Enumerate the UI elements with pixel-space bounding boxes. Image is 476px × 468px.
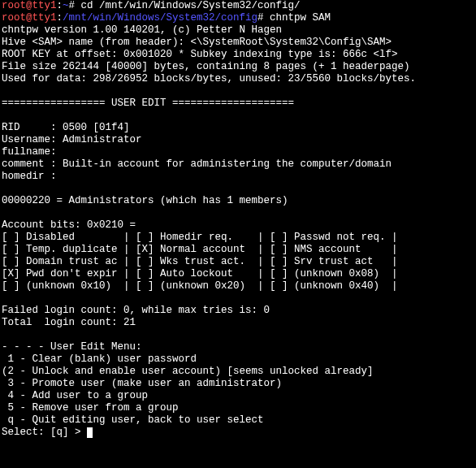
terminal-line	[2, 329, 474, 341]
terminal-line: 3 - Promote user (make user an administr…	[2, 378, 474, 390]
terminal-line: ROOT KEY at offset: 0x001020 * Subkey in…	[2, 49, 474, 61]
terminal-text: 5 - Remove user from a group	[2, 402, 179, 414]
terminal-text: # chntpw SAM	[257, 12, 331, 24]
terminal-text: fullname:	[2, 146, 57, 158]
terminal-line: (2 - Unlock and enable user account) [se…	[2, 366, 474, 378]
terminal-text: root@tty1	[2, 0, 57, 11]
terminal-text: Account bits: 0x0210 =	[2, 219, 136, 231]
terminal-text: 3 - Promote user (make user an administr…	[2, 378, 282, 389]
terminal-text: chntpw version 1.00 140201, (c) Petter N…	[2, 24, 282, 36]
terminal-text: [ ] Disabled | [ ] Homedir req. | [ ] Pa…	[2, 232, 398, 243]
terminal-line: ================= USER EDIT ============…	[2, 98, 474, 110]
terminal-line: [ ] Temp. duplicate | [X] Normal account…	[2, 244, 474, 256]
terminal-line: root@tty1:/mnt/win/Windows/System32/conf…	[2, 12, 474, 24]
terminal-text: homedir :	[2, 171, 57, 182]
terminal-text: 1 - Clear (blank) user password	[2, 353, 197, 365]
terminal-line: Used for data: 298/26952 blocks/bytes, u…	[2, 73, 474, 85]
terminal-line: Account bits: 0x0210 =	[2, 219, 474, 232]
terminal-line: File size 262144 [40000] bytes, containi…	[2, 61, 474, 73]
terminal-text: ================= USER EDIT ============…	[2, 98, 294, 109]
terminal-text: :	[57, 12, 63, 24]
terminal-line	[2, 183, 474, 195]
terminal-text: q - Quit editing user, back to user sele…	[2, 414, 264, 426]
terminal-line	[2, 292, 474, 305]
terminal-text: [ ] (unknown 0x10) | [ ] (unknown 0x20) …	[2, 280, 398, 292]
terminal-text: Failed login count: 0, while max tries i…	[2, 305, 270, 316]
terminal-line: 5 - Remove user from a group	[2, 402, 474, 414]
terminal-text: Username: Administrator	[2, 134, 142, 145]
terminal-text: Used for data: 298/26952 blocks/bytes, u…	[2, 73, 416, 84]
terminal-line: q - Quit editing user, back to user sele…	[2, 414, 474, 427]
prompt-text: Select: [q] >	[2, 427, 87, 438]
terminal-line: Total login count: 21	[2, 317, 474, 329]
terminal-line: [ ] (unknown 0x10) | [ ] (unknown 0x20) …	[2, 280, 474, 292]
terminal-text: root@tty1	[2, 12, 57, 24]
terminal-text: [ ] Domain trust ac | [ ] Wks trust act.…	[2, 256, 398, 267]
terminal-line: fullname:	[2, 146, 474, 158]
terminal-text: Hive <SAM> name (from header): <\SystemR…	[2, 37, 392, 48]
terminal-text: File size 262144 [40000] bytes, containi…	[2, 61, 410, 72]
terminal-text: (2 - Unlock and enable user account) [se…	[2, 366, 374, 377]
terminal-line	[2, 85, 474, 98]
terminal-text: RID : 0500 [01f4]	[2, 122, 130, 133]
terminal-line: root@tty1:~# cd /mnt/win/Windows/System3…	[2, 0, 474, 12]
terminal-line: [ ] Disabled | [ ] Homedir req. | [ ] Pa…	[2, 232, 474, 244]
terminal-output: root@tty1:~# cd /mnt/win/Windows/System3…	[0, 0, 476, 439]
terminal-text: /mnt/win/Windows/System32/config	[63, 12, 257, 24]
terminal-line: homedir :	[2, 171, 474, 183]
terminal-line	[2, 207, 474, 219]
terminal-line: 4 - Add user to a group	[2, 390, 474, 402]
terminal-line: [ ] Domain trust ac | [ ] Wks trust act.…	[2, 256, 474, 268]
terminal-line: Hive <SAM> name (from header): <\SystemR…	[2, 37, 474, 49]
terminal-text: Total login count: 21	[2, 317, 136, 328]
terminal-line: comment : Built-in account for administe…	[2, 158, 474, 171]
terminal-text: ROOT KEY at offset: 0x001020 * Subkey in…	[2, 49, 398, 60]
terminal-line: 00000220 = Administrators (which has 1 m…	[2, 195, 474, 207]
terminal-line: [X] Pwd don't expir | [ ] Auto lockout |…	[2, 268, 474, 280]
terminal-text: comment : Built-in account for administe…	[2, 158, 392, 170]
terminal-line: Username: Administrator	[2, 134, 474, 146]
terminal-line: Failed login count: 0, while max tries i…	[2, 305, 474, 317]
terminal-text: 00000220 = Administrators (which has 1 m…	[2, 195, 288, 206]
cursor	[87, 427, 93, 438]
terminal-text: ~	[63, 0, 69, 11]
terminal-line: 1 - Clear (blank) user password	[2, 353, 474, 366]
terminal-line: - - - - User Edit Menu:	[2, 341, 474, 353]
terminal-text: - - - - User Edit Menu:	[2, 341, 142, 353]
terminal-line	[2, 110, 474, 122]
terminal-text: 4 - Add user to a group	[2, 390, 148, 401]
prompt-line[interactable]: Select: [q] >	[2, 427, 474, 439]
terminal-text: [ ] Temp. duplicate | [X] Normal account…	[2, 244, 398, 255]
terminal-text: :	[57, 0, 63, 11]
terminal-text: [X] Pwd don't expir | [ ] Auto lockout |…	[2, 268, 398, 280]
terminal-line: chntpw version 1.00 140201, (c) Petter N…	[2, 24, 474, 37]
terminal-line: RID : 0500 [01f4]	[2, 122, 474, 134]
terminal-text: # cd /mnt/win/Windows/System32/config/	[69, 0, 301, 11]
